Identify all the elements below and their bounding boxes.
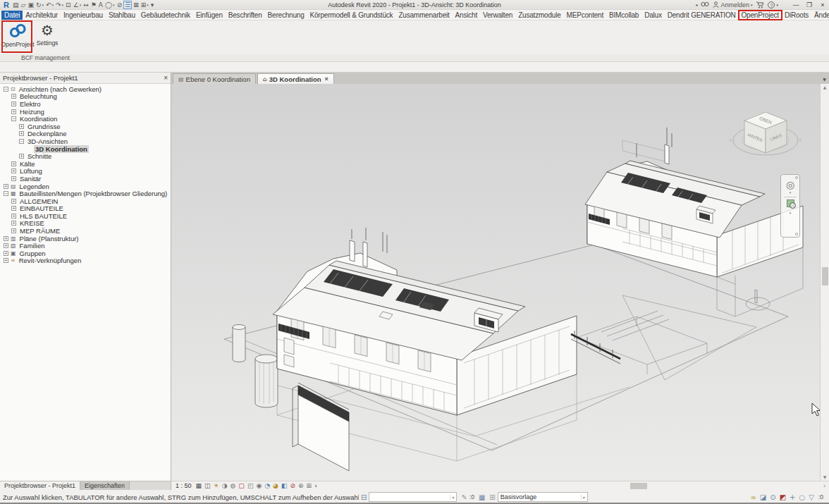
tree-item-legenden[interactable]: +▤Legenden: [0, 183, 171, 190]
file-manager-icon[interactable]: ▤: [12, 1, 20, 9]
ribbon-tab-datei[interactable]: Datei: [1, 11, 23, 20]
project-browser-header[interactable]: Projektbrowser - Projekt1 ×: [0, 73, 171, 84]
ribbon-tab-beschriften[interactable]: Beschriften: [226, 11, 265, 20]
scroll-down-icon[interactable]: ▼: [823, 474, 827, 481]
ribbon-tab-architektur[interactable]: Architektur: [23, 11, 61, 20]
collapse-expander-icon[interactable]: −: [11, 116, 16, 121]
expand-expander-icon[interactable]: +: [11, 102, 16, 106]
tree-item-sanitär[interactable]: +Sanitär: [0, 175, 171, 183]
collapse-qat-icon[interactable]: ◂: [695, 2, 697, 7]
tree-item-grundrisse[interactable]: +Grundrisse: [0, 123, 171, 130]
expand-expander-icon[interactable]: +: [4, 184, 8, 189]
design-options-icon[interactable]: ▦: [479, 493, 485, 501]
tree-item-kreise[interactable]: +KREISE: [0, 220, 171, 228]
openproject-button[interactable]: OpenProject: [3, 20, 32, 48]
shadows-icon[interactable]: ◑: [222, 482, 228, 490]
expand-expander-icon[interactable]: +: [19, 124, 24, 129]
expand-expander-icon[interactable]: +: [11, 168, 16, 173]
tree-item-elektro[interactable]: +Elektro: [0, 100, 171, 108]
close-hidden-windows-icon[interactable]: ⊠: [133, 1, 140, 9]
expand-expander-icon[interactable]: +: [19, 154, 24, 159]
close-view-icon[interactable]: ×: [325, 75, 328, 82]
tree-item-heizung[interactable]: +Heizung: [0, 108, 171, 116]
ribbon-tab-ingenieurbau[interactable]: Ingenieurbau: [61, 11, 106, 20]
show-crop-region-icon[interactable]: ◰: [247, 482, 254, 490]
horizontal-scroll-thumb[interactable]: [630, 483, 647, 489]
save-icon[interactable]: ▣: [27, 1, 35, 9]
zoom-icon[interactable]: [787, 199, 794, 207]
collapse-expander-icon[interactable]: −: [4, 191, 8, 196]
ribbon-tab-einfügen[interactable]: Einfügen: [193, 11, 226, 20]
reveal-constraints-icon[interactable]: ⊞: [307, 482, 312, 490]
tag-by-category-icon[interactable]: ⚑: [90, 1, 97, 9]
vertical-scrollbar[interactable]: ▲ ▼: [820, 84, 829, 481]
navigation-bar[interactable]: ◎ ▾ ▾: [780, 174, 800, 238]
ribbon-tab-stahlbau[interactable]: Stahlbau: [106, 11, 138, 20]
restore-button[interactable]: ❐: [804, 1, 814, 8]
tree-item-deckenpläne[interactable]: +Deckenpläne: [0, 130, 171, 138]
detail-level-icon[interactable]: ▦: [196, 482, 202, 490]
active-option-only-icon[interactable]: ⊞: [489, 493, 495, 501]
temporary-hide-isolate-icon[interactable]: ◔: [264, 482, 270, 490]
ribbon-tab-gebäudetechnik[interactable]: Gebäudetechnik: [138, 11, 193, 20]
editable-only-icon[interactable]: ✎: [461, 493, 467, 501]
scroll-right-icon[interactable]: ›: [820, 483, 829, 489]
view-tab-ebene-0-koordination[interactable]: ▤Ebene 0 Koordination: [173, 73, 256, 84]
ribbon-tab-zusatzmodule[interactable]: Zusatzmodule: [515, 11, 563, 20]
ribbon-tab-bimcollab[interactable]: BIMcollab: [606, 11, 641, 20]
tree-item-kälte[interactable]: +Kälte: [0, 160, 171, 168]
viewcube-cube[interactable]: OBEN HINTEN LINKS: [744, 112, 787, 153]
revit-logo-icon[interactable]: R: [1, 1, 11, 9]
ribbon-tab-berechnung[interactable]: Berechnung: [265, 11, 307, 20]
vertical-scroll-thumb[interactable]: [822, 267, 828, 285]
tree-item-lüftung[interactable]: +Lüftung: [0, 168, 171, 176]
panel-tab-eigenschaften[interactable]: Eigenschaften: [80, 481, 130, 490]
tree-item-mep-räume[interactable]: +MEP RÄUME: [0, 227, 171, 235]
measure-icon[interactable]: ∠▾: [73, 1, 82, 9]
expand-expander-icon[interactable]: +: [4, 243, 8, 248]
expand-expander-icon[interactable]: +: [11, 94, 16, 99]
tree-item-schnitte[interactable]: +Schnitte: [0, 152, 171, 160]
select-links-toggle[interactable]: ∞: [750, 493, 756, 501]
ribbon-tab-zusammenarbeit[interactable]: Zusammenarbeit: [395, 11, 452, 20]
settings-button[interactable]: ⚙ Settings: [32, 20, 62, 47]
expand-expander-icon[interactable]: +: [11, 221, 16, 226]
reveal-hidden-elements-icon[interactable]: ◕: [273, 482, 278, 490]
highlight-displaced-icon[interactable]: ⊕: [298, 482, 304, 490]
expand-expander-icon[interactable]: +: [4, 258, 8, 263]
viewcube[interactable]: OBEN HINTEN LINKS: [727, 97, 804, 178]
tree-item-einbauteile[interactable]: +EINBAUTEILE: [0, 205, 171, 213]
tree-item-revit-verknüpfungen[interactable]: +∞Revit-Verknüpfungen: [0, 257, 171, 265]
ribbon-tab-ändern[interactable]: Ändern: [811, 11, 829, 20]
expand-expander-icon[interactable]: +: [11, 161, 16, 166]
ribbon-tab-dalux[interactable]: Dalux: [641, 11, 665, 20]
model-canvas[interactable]: OBEN HINTEN LINKS ◎ ▾ ▾: [171, 84, 820, 481]
ribbon-tab-dendrit-generation[interactable]: Dendrit GENERATION: [665, 11, 739, 20]
select-underlay-toggle[interactable]: ◪: [760, 493, 766, 501]
aligned-dimension-icon[interactable]: ↔: [82, 1, 90, 9]
sun-path-icon[interactable]: ☀: [214, 482, 219, 490]
crop-view-icon[interactable]: ▢: [238, 482, 245, 490]
expand-expander-icon[interactable]: +: [11, 199, 16, 204]
app-store-cart-icon[interactable]: [756, 1, 764, 8]
ribbon-tab-mepcontent[interactable]: MEPcontent: [564, 11, 606, 20]
select-by-face-toggle[interactable]: ◩: [780, 493, 786, 501]
design-option-select[interactable]: Basisvorlage ▾: [498, 492, 588, 502]
thin-lines-icon[interactable]: ☰: [123, 1, 132, 9]
wheel-dropdown-icon[interactable]: ▾: [790, 190, 792, 195]
lock-3d-view-icon[interactable]: ◉: [256, 482, 262, 490]
expand-expander-icon[interactable]: +: [11, 176, 16, 181]
tree-item-allgemein[interactable]: +ALLGEMEIN: [0, 197, 171, 205]
panel-tab-projektbrowser-projekt1[interactable]: Projektbrowser - Projekt1: [0, 481, 80, 490]
worksets-icon[interactable]: ⊟: [361, 493, 367, 501]
tree-item-3d-koordination[interactable]: 3D Koordination: [0, 145, 171, 153]
collapse-expander-icon[interactable]: −: [19, 139, 24, 144]
collapse-icon[interactable]: ‹: [314, 482, 317, 490]
expand-expander-icon[interactable]: +: [11, 109, 16, 114]
undo-icon[interactable]: ↶▾: [45, 1, 54, 9]
expand-expander-icon[interactable]: +: [4, 251, 8, 256]
minimize-button[interactable]: —: [791, 1, 801, 8]
horizontal-scrollbar[interactable]: [321, 481, 820, 491]
tree-item-gruppen[interactable]: +▣Gruppen: [0, 250, 171, 257]
steering-wheel-icon[interactable]: ◎: [786, 179, 794, 190]
